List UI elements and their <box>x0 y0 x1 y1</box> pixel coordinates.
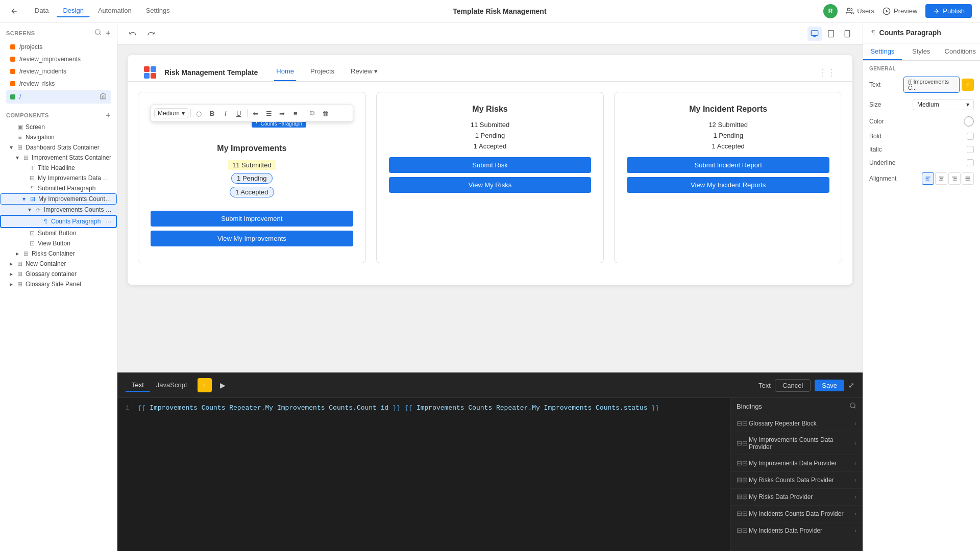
view-risks-button[interactable]: View My Risks <box>389 177 592 193</box>
screen-item-review-risks[interactable]: /review_risks <box>6 78 111 90</box>
tab-data[interactable]: Data <box>29 5 55 17</box>
align-left-button[interactable]: ⬅ <box>250 107 262 119</box>
binding-my-risks-data[interactable]: ⊟⊟ My Risks Data Provider › <box>730 489 863 506</box>
redo-button[interactable] <box>144 27 158 41</box>
publish-button[interactable]: Publish <box>925 4 972 18</box>
screen-item-review-improvements[interactable]: /review_improvements <box>6 53 111 65</box>
circle-btn[interactable]: ◌ <box>193 107 205 119</box>
back-button[interactable] <box>8 5 20 17</box>
svg-marker-2 <box>886 10 888 12</box>
bp-tab-text[interactable]: Text <box>126 379 150 392</box>
comp-my-improvements-counts[interactable]: ▾ ⊟ My Improvements Counts Da... <box>0 193 117 205</box>
context-menu-icon[interactable]: ··· <box>106 217 112 226</box>
comp-dashboard-stats[interactable]: ▾ ⊞ Dashboard Stats Container <box>0 142 117 153</box>
mobile-view-button[interactable] <box>840 27 854 41</box>
screen-item-home[interactable]: / <box>6 90 111 104</box>
comp-new-container[interactable]: ▸ ⊞ New Container <box>0 259 117 269</box>
color-picker[interactable] <box>964 116 974 127</box>
italic-checkbox[interactable] <box>967 146 974 153</box>
nav-review[interactable]: Review ▾ <box>349 63 380 81</box>
play-icon[interactable]: ▶ <box>216 378 230 392</box>
align-justify-button[interactable]: ≡ <box>289 107 302 119</box>
undo-button[interactable] <box>126 27 140 41</box>
lightning-button[interactable]: ⚡ <box>962 79 974 91</box>
binding-my-improvements-counts[interactable]: ⊟⊟ My Improvements Counts Data Provider … <box>730 432 863 455</box>
comp-title-headline[interactable]: T Title Headline <box>0 163 117 173</box>
size-select[interactable]: Medium ▾ <box>913 99 974 110</box>
screen-item-projects[interactable]: /projects <box>6 41 111 53</box>
preview-button[interactable]: Preview <box>883 7 917 15</box>
binding-my-incidents-counts[interactable]: ⊟⊟ My Incidents Counts Data Provider › <box>730 506 863 522</box>
tablet-view-button[interactable] <box>824 27 838 41</box>
binding-my-incidents-data[interactable]: ⊟⊟ My Incidents Data Provider › <box>730 522 863 539</box>
nav-home[interactable]: Home <box>274 63 296 81</box>
improvements-card: Medium ▾ ◌ B I U ⬅ ☰ <box>138 92 366 263</box>
view-improvements-button[interactable]: View My Improvements <box>151 231 353 246</box>
screens-search-icon[interactable] <box>94 29 102 38</box>
align-justify-btn[interactable] <box>962 172 974 185</box>
align-center-btn[interactable] <box>935 172 947 185</box>
underline-checkbox[interactable] <box>967 159 974 166</box>
submit-incident-button[interactable]: Submit Incident Report <box>627 157 829 173</box>
submit-improvement-button[interactable]: Submit Improvement <box>151 211 353 227</box>
comp-my-improvements-provider[interactable]: ⊟ My Improvements Data Provi... <box>0 173 117 183</box>
binding-my-risks-counts[interactable]: ⊟⊟ My Risks Counts Data Provider › <box>730 472 863 489</box>
tab-automation[interactable]: Automation <box>92 5 138 17</box>
comp-improvements-counts-repeater[interactable]: ▾ ⟳ Improvements Counts Repea... <box>0 205 117 215</box>
comp-glossary-side-panel[interactable]: ▸ ⊞ Glossary Side Panel <box>0 279 117 289</box>
align-right-button[interactable]: ➡ <box>276 107 288 119</box>
bold-checkbox[interactable] <box>967 133 974 140</box>
users-button[interactable]: Users <box>846 7 874 15</box>
pending-stat-incidents: 1 Pending <box>627 132 829 139</box>
tab-design[interactable]: Design <box>57 5 89 17</box>
comp-navigation[interactable]: ≡ Navigation <box>0 132 117 142</box>
comp-glossary-container[interactable]: ▸ ⊞ Glossary container <box>0 269 117 279</box>
binding-glossary-repeater[interactable]: ⊟⊟ Glossary Repeater Block › <box>730 415 863 432</box>
submit-risk-button[interactable]: Submit Risk <box>389 157 592 173</box>
desktop-view-button[interactable] <box>807 27 822 41</box>
copy-button[interactable]: ⧉ <box>306 107 318 119</box>
text-input[interactable]: {{ Improvements C... <box>903 77 960 93</box>
lightning-icon[interactable]: ⚡ <box>198 378 212 392</box>
size-selector[interactable]: Medium ▾ <box>154 108 188 118</box>
save-button[interactable]: Save <box>815 380 844 391</box>
underline-button[interactable]: U <box>233 107 245 119</box>
tab-conditions[interactable]: Conditions <box>941 43 980 60</box>
align-right-btn[interactable] <box>948 172 961 185</box>
code-editor[interactable]: 1 {{ Improvements Counts Repeater.My Imp… <box>117 398 730 551</box>
size-value: Medium <box>158 110 180 117</box>
bp-tab-javascript[interactable]: JavaScript <box>150 379 193 392</box>
prop-row-alignment: Alignment <box>863 169 980 188</box>
alignment-group <box>922 172 974 185</box>
add-component-icon[interactable]: + <box>106 111 111 120</box>
view-incidents-button[interactable]: View My Incident Reports <box>627 177 829 193</box>
binding-my-improvements-data[interactable]: ⊟⊟ My Improvements Data Provider › <box>730 455 863 472</box>
comp-submit-button[interactable]: ⊡ Submit Button <box>0 228 117 238</box>
align-center-button[interactable]: ☰ <box>263 107 275 119</box>
tab-settings[interactable]: Settings <box>140 5 176 17</box>
align-left-btn[interactable] <box>922 172 934 185</box>
comp-label: Glossary Side Panel <box>26 281 81 288</box>
submitted-stat-incidents: 12 Submitted <box>627 121 829 129</box>
nav-projects[interactable]: Projects <box>308 63 336 81</box>
comp-risks-container[interactable]: ▸ ⊞ Risks Container <box>0 248 117 259</box>
caret-icon: ▸ <box>14 251 20 257</box>
comp-view-button[interactable]: ⊡ View Button <box>0 238 117 248</box>
text-editor-area: Medium ▾ ◌ B I U ⬅ ☰ <box>151 105 353 122</box>
screen-item-review-incidents[interactable]: /review_incidents <box>6 65 111 78</box>
avatar[interactable]: R <box>823 4 838 18</box>
comp-counts-paragraph[interactable]: ¶ Counts Paragraph ··· <box>0 215 117 228</box>
screens-add-icon[interactable]: + <box>106 29 111 38</box>
bindings-search-icon[interactable] <box>849 402 856 411</box>
cancel-button[interactable]: Cancel <box>775 379 811 392</box>
comp-improvement-stats[interactable]: ▾ ⊞ Improvement Stats Container <box>0 153 117 163</box>
comp-screen[interactable]: ▣ Screen <box>0 122 117 132</box>
tab-styles[interactable]: Styles <box>902 43 941 60</box>
app-brand: Risk Management Template <box>140 66 262 79</box>
expand-icon[interactable]: ⤢ <box>848 381 854 389</box>
delete-button[interactable]: 🗑 <box>320 107 332 119</box>
comp-submitted-paragraph[interactable]: ¶ Submitted Paragraph <box>0 183 117 193</box>
bold-button[interactable]: B <box>206 107 218 119</box>
italic-button[interactable]: I <box>219 107 232 119</box>
tab-settings[interactable]: Settings <box>863 43 902 60</box>
